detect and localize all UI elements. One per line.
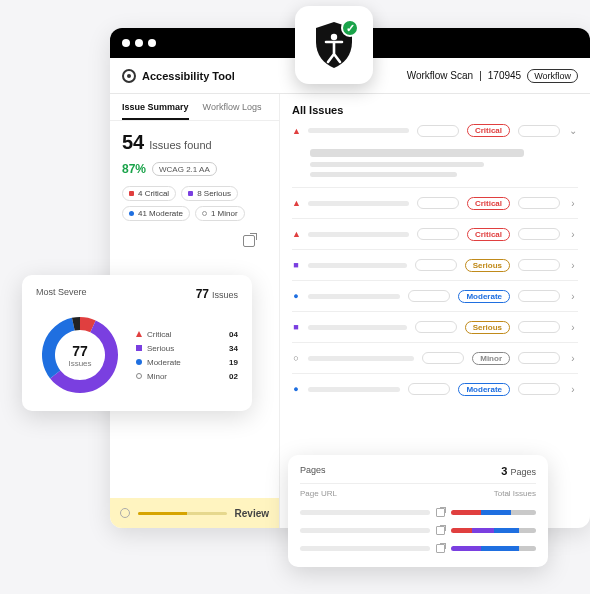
legend-marker-icon bbox=[136, 331, 142, 337]
issue-row[interactable]: ▲Critical› bbox=[292, 190, 578, 216]
chip-minor[interactable]: 1 Minor bbox=[195, 206, 245, 221]
issue-title-placeholder bbox=[308, 232, 409, 237]
issues-bar bbox=[451, 510, 536, 515]
brand: Accessibility Tool bbox=[122, 69, 235, 83]
chevron-right-icon[interactable]: › bbox=[568, 198, 578, 209]
circle-outline-icon bbox=[202, 211, 207, 216]
all-issues-title: All Issues bbox=[292, 104, 578, 116]
workflow-chip[interactable]: Workflow bbox=[527, 69, 578, 83]
review-bar[interactable]: Review bbox=[110, 498, 279, 528]
pages-count: 3 Pages bbox=[501, 465, 536, 477]
issues-bar bbox=[451, 546, 536, 551]
tag-placeholder bbox=[408, 383, 450, 395]
severity-marker-icon: ■ bbox=[292, 260, 300, 270]
issue-title-placeholder bbox=[308, 263, 407, 268]
severity-pill: Critical bbox=[467, 197, 510, 210]
pages-title: Pages bbox=[300, 465, 326, 477]
issue-title-placeholder bbox=[308, 387, 400, 392]
page-row[interactable] bbox=[300, 521, 536, 539]
svg-point-0 bbox=[331, 34, 337, 40]
legend-label: Moderate bbox=[147, 358, 224, 367]
chevron-right-icon[interactable]: › bbox=[568, 384, 578, 395]
chevron-right-icon[interactable]: › bbox=[568, 353, 578, 364]
donut-legend: Critical04Serious34Moderate19Minor02 bbox=[136, 330, 238, 381]
external-link-icon[interactable] bbox=[243, 235, 255, 247]
severity-marker-icon: ■ bbox=[292, 322, 300, 332]
severity-chips: 4 Critical 8 Serious 41 Moderate 1 Minor bbox=[122, 186, 267, 221]
issue-row[interactable]: ■Serious› bbox=[292, 252, 578, 278]
issue-row[interactable]: ●Moderate› bbox=[292, 283, 578, 309]
severity-marker-icon: ▲ bbox=[292, 229, 300, 239]
tag-placeholder bbox=[518, 259, 560, 271]
tag-placeholder bbox=[408, 290, 450, 302]
page-row[interactable] bbox=[300, 539, 536, 557]
window-dot[interactable] bbox=[148, 39, 156, 47]
legend-marker-icon bbox=[136, 373, 142, 379]
severity-pill: Minor bbox=[472, 352, 510, 365]
legend-label: Critical bbox=[147, 330, 224, 339]
review-radio-icon[interactable] bbox=[120, 508, 130, 518]
window-dot[interactable] bbox=[122, 39, 130, 47]
circle-icon bbox=[129, 211, 134, 216]
issues-count: 54 bbox=[122, 131, 144, 154]
chevron-right-icon[interactable]: › bbox=[568, 291, 578, 302]
tag-placeholder bbox=[422, 352, 464, 364]
issue-row[interactable]: ▲Critical⌄ bbox=[292, 124, 578, 185]
legend-marker-icon bbox=[136, 359, 142, 365]
tag-placeholder bbox=[518, 352, 560, 364]
external-link-icon[interactable] bbox=[436, 508, 445, 517]
severity-marker-icon: ● bbox=[292, 384, 300, 394]
chip-serious[interactable]: 8 Serious bbox=[181, 186, 238, 201]
brand-logo-icon bbox=[122, 69, 136, 83]
external-link-icon[interactable] bbox=[436, 544, 445, 553]
issues-bar bbox=[451, 528, 536, 533]
issue-title-placeholder bbox=[308, 325, 407, 330]
chevron-right-icon[interactable]: › bbox=[568, 229, 578, 240]
window-dot[interactable] bbox=[135, 39, 143, 47]
tag-placeholder bbox=[518, 321, 560, 333]
issue-title-placeholder bbox=[308, 294, 400, 299]
chip-critical[interactable]: 4 Critical bbox=[122, 186, 176, 201]
tag-placeholder bbox=[417, 197, 459, 209]
severity-pill: Serious bbox=[465, 321, 510, 334]
page-url-placeholder bbox=[300, 510, 430, 515]
pages-card: Pages 3 Pages Page URL Total Issues bbox=[288, 455, 548, 567]
severity-pill: Critical bbox=[467, 124, 510, 137]
severity-marker-icon: ● bbox=[292, 291, 300, 301]
review-label: Review bbox=[235, 508, 269, 519]
app-icon: ✓ bbox=[295, 6, 373, 84]
scan-id: 170945 bbox=[488, 70, 521, 81]
square-icon bbox=[188, 191, 193, 196]
issues-suffix: Issues found bbox=[149, 139, 211, 151]
issue-row[interactable]: ○Minor› bbox=[292, 345, 578, 371]
most-severe-title: Most Severe bbox=[36, 287, 87, 301]
tab-workflow-logs[interactable]: Workflow Logs bbox=[203, 102, 262, 120]
chip-moderate[interactable]: 41 Moderate bbox=[122, 206, 190, 221]
donut-center: 77 Issues bbox=[36, 311, 124, 399]
most-severe-card: Most Severe 77 Issues 77 Issues Critical… bbox=[22, 275, 252, 411]
issue-detail bbox=[292, 145, 578, 181]
tag-placeholder bbox=[417, 125, 459, 137]
wcag-chip[interactable]: WCAG 2.1 AA bbox=[152, 162, 217, 176]
legend-label: Minor bbox=[147, 372, 224, 381]
tag-placeholder bbox=[417, 228, 459, 240]
issue-row[interactable]: ▲Critical› bbox=[292, 221, 578, 247]
chevron-down-icon[interactable]: ⌄ bbox=[568, 125, 578, 136]
issue-row[interactable]: ■Serious› bbox=[292, 314, 578, 340]
page-url-placeholder bbox=[300, 528, 430, 533]
legend-item: Moderate19 bbox=[136, 358, 238, 367]
issue-title-placeholder bbox=[308, 356, 414, 361]
chevron-right-icon[interactable]: › bbox=[568, 322, 578, 333]
issue-list: ▲Critical⌄▲Critical›▲Critical›■Serious›●… bbox=[292, 124, 578, 402]
page-url-placeholder bbox=[300, 546, 430, 551]
external-link-icon[interactable] bbox=[436, 526, 445, 535]
severity-marker-icon: ▲ bbox=[292, 198, 300, 208]
severity-pill: Serious bbox=[465, 259, 510, 272]
page-row[interactable] bbox=[300, 503, 536, 521]
pages-rows bbox=[300, 503, 536, 557]
brand-name: Accessibility Tool bbox=[142, 70, 235, 82]
issue-row[interactable]: ●Moderate› bbox=[292, 376, 578, 402]
tab-issue-summary[interactable]: Issue Summary bbox=[122, 102, 189, 120]
chevron-right-icon[interactable]: › bbox=[568, 260, 578, 271]
tag-placeholder bbox=[518, 290, 560, 302]
